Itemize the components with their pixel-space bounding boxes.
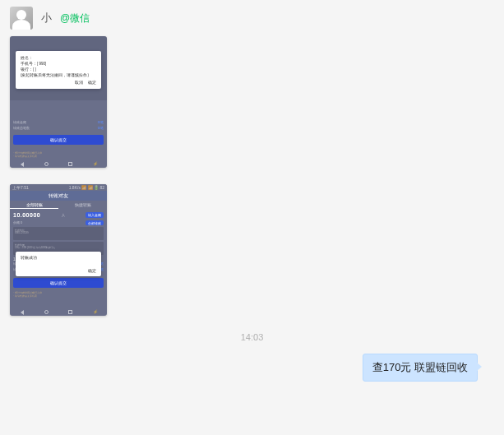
deposit-button[interactable]: 转入金额 [86,212,104,218]
tab-all[interactable]: 全部转账 [10,201,58,209]
form-row: 转账地址 8901224139 [13,227,104,240]
message-timestamp: 14:03 [10,332,494,342]
outgoing-message-row: 查170元 联盟链回收 [10,354,494,382]
home-icon[interactable] [44,310,49,314]
android-navbar: ⚡ [10,308,107,316]
submit-button[interactable]: 确认提交 [13,135,104,145]
fee-rate-value: 0/笔 [98,120,104,126]
field-value: 16笔 - 100 (100笔) 每笔1000转账1人 [15,246,55,249]
status-time: 上午7:51 [12,184,29,191]
tab-quick[interactable]: 快捷转账 [58,201,107,209]
success-dialog: 转账成功 确定 [16,252,101,276]
fee-total-label: 转账总笔数 [13,126,30,132]
dialog-line: 姓名： [21,55,96,61]
wechat-tag: @微信 [60,12,90,25]
home-icon[interactable] [44,162,49,166]
transfer-all-button[interactable]: 全部转账 [86,220,104,225]
field-value: 8901224139 [15,231,29,234]
dialog-line: (发起转账后将无法撤回，请谨慎操作) [21,72,96,78]
dialog-line: 银行：[ ] [21,67,96,72]
submit-button[interactable]: 确认提交 [13,278,104,288]
dialog-title: 转账成功 [21,255,96,260]
fee-rate-label: 转账金额 [13,120,26,126]
screen-title: 转账对友 [10,191,107,201]
balance-sub: 余额 0 [13,220,22,225]
contact-nickname[interactable]: 小 [41,11,52,25]
chat-body: 姓名： 手机号：[ 990] 银行：[ ] (发起转账后将无法撤回，请谨慎操作)… [0,36,504,382]
image-message-2[interactable]: 上午7:51 1.8K/s 📶 📶 🔋 82 转账对友 全部转账 快捷转账 10… [10,184,107,316]
tabs: 全部转账 快捷转账 [10,201,107,209]
flash-icon[interactable]: ⚡ [93,162,97,166]
recents-icon[interactable] [68,310,72,314]
tip-text: · 每笔转账需要手续费 [13,294,104,298]
avatar[interactable] [10,7,33,30]
outgoing-bubble[interactable]: 查170元 联盟链回收 [363,354,478,382]
fee-total-value: 0/笔 [98,126,104,132]
dialog-cancel-button[interactable]: 取消 [75,81,83,85]
unit-label: 人 [59,212,67,218]
chat-header: 小 @微信 [0,0,504,36]
status-icons: 1.8K/s 📶 📶 🔋 82 [69,184,104,191]
phone-statusbar: 上午7:51 1.8K/s 📶 📶 🔋 82 [10,184,107,191]
recents-icon[interactable] [68,162,72,166]
dialog-confirm-button[interactable]: 确定 [88,81,96,85]
back-icon[interactable] [21,310,24,315]
back-icon[interactable] [21,162,24,167]
balance-amount: 10.00000 [13,212,40,218]
tip-text: · 每笔转账需要手续费 [13,155,104,158]
confirm-dialog: 姓名： 手机号：[ 990] 银行：[ ] (发起转账后将无法撤回，请谨慎操作)… [16,51,101,89]
android-navbar: ⚡ [10,160,107,168]
dialog-line: 手机号：[ 990] [21,61,96,67]
dialog-confirm-button[interactable]: 确定 [88,269,96,273]
image-message-1[interactable]: 姓名： 手机号：[ 990] 银行：[ ] (发起转账后将无法撤回，请谨慎操作)… [10,36,107,168]
flash-icon[interactable]: ⚡ [93,310,97,314]
